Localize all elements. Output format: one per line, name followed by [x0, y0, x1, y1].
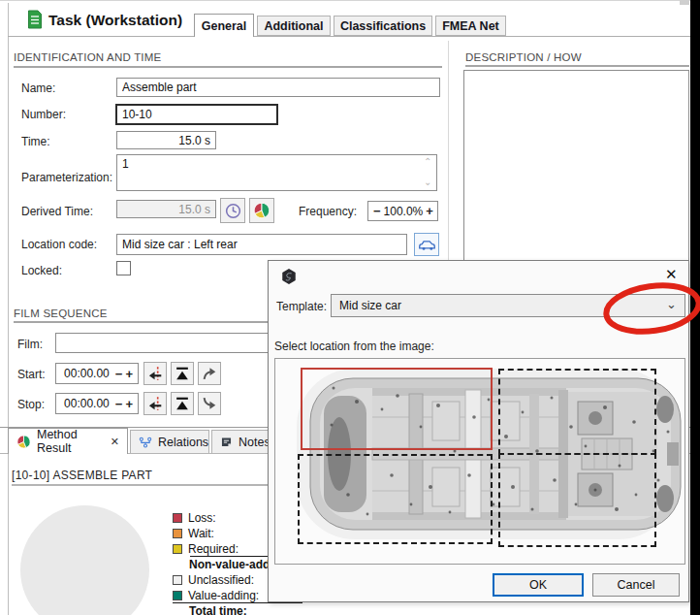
stop-curve-down-button[interactable] — [198, 392, 221, 415]
number-input[interactable] — [115, 104, 278, 125]
car-icon — [418, 239, 436, 251]
notes-icon — [220, 436, 233, 448]
parameterization-label: Parameterization: — [21, 171, 112, 184]
loss-color-swatch — [173, 513, 182, 523]
legend-row-total-time: Total time: — [173, 603, 291, 615]
location-region-right-rear[interactable] — [298, 454, 493, 544]
start-plus-button[interactable]: + — [125, 368, 133, 380]
tab-general-label: General — [202, 19, 247, 33]
film-section-title: FILM SEQUENCE — [14, 308, 108, 319]
stop-minus-button[interactable]: − — [115, 398, 123, 410]
frequency-label: Frequency: — [299, 205, 357, 218]
task-document-icon — [27, 10, 43, 29]
marker-left-arrow-icon — [146, 395, 164, 412]
frequency-stepper[interactable]: − 100.0% + — [367, 201, 438, 221]
derived-time-label: Derived Time: — [21, 205, 93, 218]
stop-time-stepper[interactable]: 00:00.00 − + — [55, 393, 139, 414]
location-region-left-rear[interactable] — [301, 368, 493, 450]
arrow-curve-up-icon — [201, 365, 218, 382]
tab-fmea-net[interactable]: FMEA Net — [435, 16, 506, 36]
page-title: Task (Workstation) — [48, 12, 182, 29]
pie-chart-icon — [16, 435, 31, 449]
identification-section-title: IDENTIFICATION AND TIME — [14, 51, 161, 63]
start-minus-button[interactable]: − — [115, 368, 123, 380]
start-goto-marker-button[interactable] — [171, 362, 194, 385]
relations-icon — [139, 436, 152, 449]
marker-left-arrow-icon — [146, 365, 164, 382]
loss-label: Loss: — [188, 511, 216, 525]
tab-fmea-net-label: FMEA Net — [442, 19, 499, 33]
location-picker-button[interactable] — [414, 233, 439, 256]
unclassified-color-swatch — [173, 575, 182, 585]
description-section-title: DESCRIPTION / HOW — [465, 51, 582, 63]
start-time-value: 00:00.00 — [61, 367, 112, 380]
locked-label: Locked: — [21, 264, 62, 277]
stop-goto-marker-button[interactable] — [171, 392, 194, 415]
pie-chart-icon — [253, 202, 270, 219]
parameterization-scroll-down-icon[interactable]: ⌄ — [424, 177, 431, 187]
method-pie-chart — [20, 505, 149, 615]
total-time-label: Total time: — [189, 604, 247, 615]
app-window: Task (Workstation) General Additional Cl… — [0, 0, 700, 615]
location-code-input[interactable] — [116, 234, 407, 255]
method-pie-button[interactable] — [249, 198, 274, 223]
ok-button[interactable]: OK — [493, 573, 584, 597]
header-separator — [8, 36, 690, 37]
frequency-value: 100.0% — [384, 205, 424, 218]
template-label: Template: — [276, 300, 327, 313]
name-label: Name: — [21, 81, 55, 95]
location-code-label: Location code: — [21, 238, 97, 251]
value-adding-color-swatch — [173, 591, 182, 600]
location-region-right-front[interactable] — [498, 453, 656, 547]
arrow-curve-down-icon — [201, 395, 218, 412]
number-label: Number: — [21, 108, 66, 121]
tab-classifications[interactable]: Classifications — [334, 16, 432, 36]
frequency-minus-button[interactable]: − — [373, 205, 381, 217]
tab-notes[interactable]: Notes — [211, 430, 275, 454]
tab-method-result-label: Method Result — [37, 428, 103, 455]
tab-general[interactable]: General — [194, 14, 254, 37]
tab-relations-label: Relations — [158, 436, 208, 449]
window-left-border — [8, 3, 9, 615]
tab-relations[interactable]: Relations — [130, 430, 209, 454]
triangle-top-icon — [174, 365, 191, 382]
derived-time-clock-button[interactable] — [220, 198, 245, 223]
parameterization-input[interactable]: 1 — [116, 154, 437, 191]
film-label: Film: — [17, 338, 43, 351]
start-time-stepper[interactable]: 00:00.00 − + — [55, 363, 139, 384]
location-region-left-front[interactable] — [498, 369, 656, 455]
unclassified-label: Unclassified: — [188, 573, 254, 587]
dialog-app-icon — [280, 268, 298, 285]
legend-total-sum-line — [173, 602, 302, 603]
required-label: Required: — [188, 542, 239, 556]
derived-time-input — [116, 200, 216, 218]
cancel-button[interactable]: Cancel — [592, 573, 680, 597]
parameterization-scroll-up-icon[interactable]: ⌃ — [424, 156, 431, 167]
stop-set-marker-button[interactable] — [143, 392, 167, 415]
stop-plus-button[interactable]: + — [125, 398, 133, 410]
tab-additional[interactable]: Additional — [257, 16, 331, 36]
window-top-border — [0, 0, 700, 1]
locked-checkbox[interactable] — [116, 261, 131, 275]
tab-close-icon[interactable]: ✕ — [111, 436, 119, 448]
triangle-top-icon — [174, 395, 191, 412]
name-input[interactable] — [116, 78, 440, 97]
clock-icon — [224, 202, 242, 220]
start-set-marker-button[interactable] — [143, 362, 167, 385]
tab-method-result[interactable]: Method Result ✕ — [8, 428, 128, 454]
method-heading-underline — [12, 484, 271, 486]
stop-time-value: 00:00.00 — [61, 397, 112, 410]
description-section-line — [465, 65, 689, 67]
select-location-label: Select location from the image: — [274, 340, 434, 353]
time-input[interactable] — [116, 131, 216, 149]
tab-additional-label: Additional — [264, 19, 323, 33]
tab-notes-label: Notes — [239, 436, 270, 449]
annotation-red-circle — [591, 272, 700, 341]
value-adding-label: Value-adding: — [188, 589, 259, 602]
start-curve-up-button[interactable] — [198, 362, 221, 385]
frequency-plus-button[interactable]: + — [426, 205, 433, 217]
method-result-heading: [10-10] ASSEMBLE PART — [12, 469, 152, 482]
required-color-swatch — [173, 544, 182, 554]
identification-section-line — [14, 66, 442, 68]
scroll-corner-notch — [680, 0, 689, 5]
